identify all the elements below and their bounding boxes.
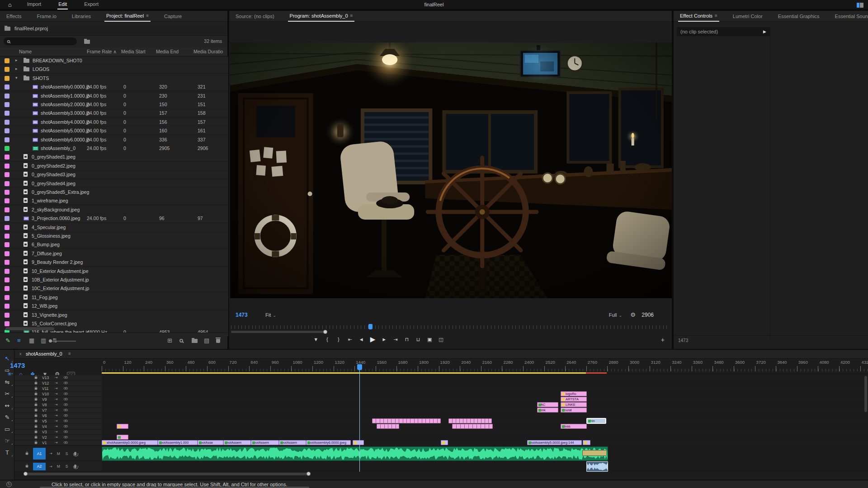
- track-header-v12[interactable]: V12⇥: [14, 380, 102, 386]
- label-color-swatch[interactable]: [5, 120, 9, 125]
- track-header-v1[interactable]: V1⇥: [14, 440, 102, 446]
- playback-resolution-select[interactable]: Full⌄: [609, 312, 622, 318]
- solo-button[interactable]: S: [66, 464, 68, 469]
- expand-arrow-icon[interactable]: ▶: [763, 29, 766, 34]
- lock-icon[interactable]: [35, 436, 38, 438]
- search-bin-filter-icon[interactable]: [84, 40, 90, 44]
- type-tool[interactable]: T: [0, 446, 14, 458]
- sync-lock-icon[interactable]: ⇥: [55, 419, 58, 423]
- track-name[interactable]: V6: [42, 413, 52, 418]
- label-color-swatch[interactable]: [5, 137, 9, 142]
- slip-tool[interactable]: ↭: [0, 399, 14, 411]
- automate-to-sequence-button[interactable]: ⊞: [167, 337, 172, 344]
- project-row-11-fog-jpeg[interactable]: 11_Fog.jpeg: [0, 293, 228, 302]
- column-header-media-start[interactable]: Media Start: [121, 49, 146, 54]
- menu-edit[interactable]: Edit: [57, 0, 68, 9]
- timeline-clip[interactable]: [377, 424, 399, 429]
- sync-lock-icon[interactable]: ⇥: [55, 408, 58, 412]
- timeline-clip-rivas[interactable]: Rivas: [561, 424, 587, 429]
- track-name[interactable]: V5: [42, 419, 52, 423]
- lock-icon[interactable]: [35, 425, 38, 427]
- timeline-clip[interactable]: [452, 424, 493, 429]
- timeline-clip-shotassembly6-0000-jpeg[interactable]: shotAssembly6.0000.jpeg: [306, 440, 351, 445]
- sync-lock-icon[interactable]: ⇥: [55, 441, 58, 445]
- track-visibility-eye-icon[interactable]: [64, 393, 68, 395]
- track-visibility-eye-icon[interactable]: [64, 409, 68, 412]
- timeline-clip-think[interactable]: think: [537, 408, 558, 413]
- tab-frame-io[interactable]: Frame.io: [35, 11, 58, 22]
- track-visibility-eye-icon[interactable]: [64, 420, 68, 422]
- project-row-0-greyshaded3-jpeg[interactable]: 0_greyShaded3.jpeg: [0, 170, 228, 179]
- bin-path[interactable]: finalReel.prproj: [14, 26, 48, 31]
- timeline-timecode[interactable]: 1473: [10, 361, 25, 369]
- project-row-1-wireframe-jpeg[interactable]: 1_wireframe.jpeg: [0, 197, 228, 205]
- lock-icon[interactable]: [35, 387, 38, 389]
- project-row-9-beauty-render-2-jpeg[interactable]: 9_Beauty Render 2.jpeg: [0, 258, 228, 267]
- effect-panel-timecode[interactable]: 1473: [678, 338, 688, 343]
- project-row-12-wb-jpeg[interactable]: 12_WB.jpeg: [0, 302, 228, 310]
- project-row-3-projection-0060-jpeg[interactable]: 3_Projection.0060.jpeg24.00 fps09697: [0, 214, 228, 223]
- timeline-zoom-handle-right[interactable]: [307, 472, 311, 476]
- label-color-swatch[interactable]: [5, 304, 9, 309]
- track-name[interactable]: V3: [42, 430, 52, 434]
- hand-tool[interactable]: ☞: [0, 435, 14, 446]
- lock-icon[interactable]: [35, 441, 38, 444]
- icon-view-button[interactable]: ▦: [29, 337, 34, 344]
- bin-up-icon[interactable]: [5, 27, 10, 31]
- timeline-zoom-handle-left[interactable]: [24, 472, 28, 476]
- project-row-6-bump-jpeg[interactable]: 6_Bump.jpeg: [0, 240, 228, 249]
- timeline-clip-thin[interactable]: Thin: [587, 418, 606, 423]
- project-hscrollbar[interactable]: [5, 327, 54, 330]
- track-visibility-eye-icon[interactable]: [64, 398, 68, 401]
- razor-tool[interactable]: ✂: [0, 388, 14, 399]
- track-visibility-eye-icon[interactable]: [64, 404, 68, 406]
- tab-essential-sound[interactable]: Essential Sound: [833, 11, 868, 22]
- timeline-clip-shotassem[interactable]: shotAssem: [223, 440, 251, 445]
- sync-lock-icon[interactable]: ⇥: [55, 430, 58, 434]
- track-visibility-eye-icon[interactable]: [64, 414, 68, 417]
- label-color-swatch[interactable]: [5, 102, 9, 107]
- label-color-swatch[interactable]: [5, 260, 9, 265]
- track-header-v8[interactable]: V8⇥: [14, 402, 102, 408]
- project-row-shotassembly5-0000-jp[interactable]: shotAssembly5.0000.jp24.00 fps0160161: [0, 127, 228, 135]
- timeline-zoom-scrollbar[interactable]: [25, 473, 309, 475]
- sync-status-icon[interactable]: ↻: [6, 482, 12, 487]
- sync-lock-icon[interactable]: ⇥: [49, 451, 52, 455]
- lock-icon[interactable]: [26, 465, 28, 468]
- timeline-clip-linke[interactable]: LINKE: [561, 402, 587, 407]
- timeline-clip-bac[interactable]: BAC: [537, 402, 558, 407]
- label-color-swatch[interactable]: [5, 67, 9, 72]
- track-name[interactable]: V2: [42, 435, 52, 440]
- column-header-media-duratio[interactable]: Media Duratio: [193, 49, 223, 54]
- label-color-swatch[interactable]: [5, 216, 9, 221]
- menu-export[interactable]: Export: [83, 0, 99, 9]
- zoom-level-select[interactable]: Fit⌄: [265, 312, 276, 318]
- track-name[interactable]: V8: [42, 403, 52, 407]
- tab-effect-controls[interactable]: Effect Controls≡: [678, 11, 719, 22]
- track-visibility-eye-icon[interactable]: [64, 387, 68, 390]
- step-back-button[interactable]: ◄: [356, 335, 367, 343]
- label-color-swatch[interactable]: [5, 128, 9, 133]
- extract-button[interactable]: ⊔: [413, 335, 424, 343]
- clear-button[interactable]: [216, 339, 220, 343]
- label-color-swatch[interactable]: [5, 242, 9, 247]
- label-color-swatch[interactable]: [5, 146, 9, 151]
- label-color-swatch[interactable]: [5, 111, 9, 116]
- search-box[interactable]: [4, 38, 77, 45]
- sync-lock-icon[interactable]: ⇥: [55, 397, 58, 401]
- mute-button[interactable]: M: [57, 464, 60, 469]
- tab-source-monitor[interactable]: Source: (no clips): [234, 11, 276, 22]
- workspace-switcher-icon[interactable]: [857, 3, 863, 8]
- search-input[interactable]: [13, 39, 67, 44]
- lock-icon[interactable]: [35, 382, 38, 384]
- project-row-4-specular-jpeg[interactable]: 4_Specular.jpeg: [0, 223, 228, 232]
- project-row-shotassembly0-0000-jp[interactable]: shotAssembly0.0000.jp24.00 fps0320321: [0, 83, 228, 91]
- track-header-v7[interactable]: V7⇥: [14, 408, 102, 413]
- lock-icon[interactable]: [35, 404, 38, 406]
- timeline-clip-shotassembly1-000[interactable]: shotAssembly1.000: [158, 440, 198, 445]
- sync-lock-icon[interactable]: ⇥: [55, 375, 58, 380]
- project-row-0-greyshaded5-extra-jpeg[interactable]: 0_greyShaded5_Extra.jpeg: [0, 188, 228, 197]
- track-lane-v7[interactable]: [102, 408, 868, 413]
- project-row-0-greyshaded4-jpeg[interactable]: 0_greyShaded4.jpeg: [0, 179, 228, 188]
- panel-menu-icon[interactable]: ≡: [146, 13, 149, 18]
